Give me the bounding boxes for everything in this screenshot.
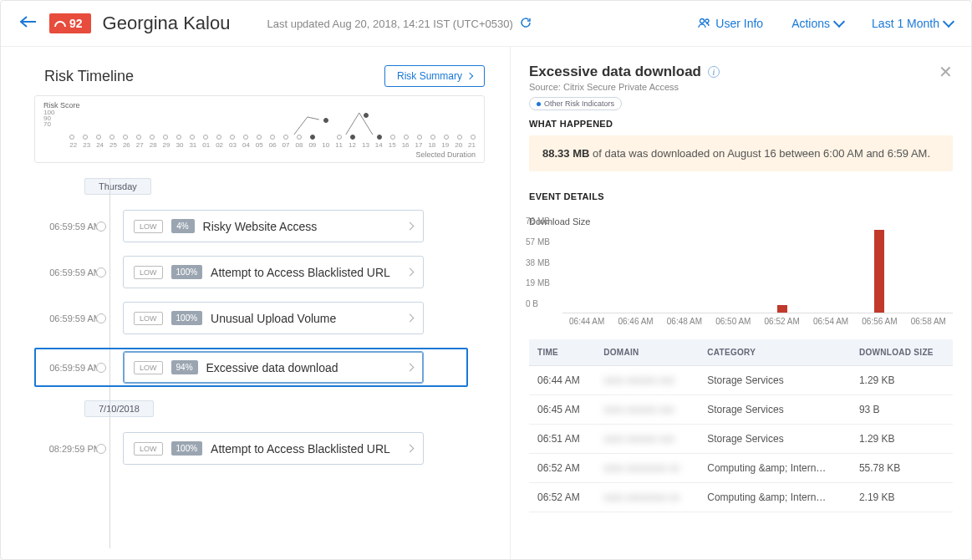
- table-header: TIME: [529, 339, 595, 366]
- x-tick: 06:54 AM: [807, 317, 855, 326]
- cell-time: 06:52 AM: [529, 454, 595, 483]
- percent-badge: 94%: [171, 360, 198, 374]
- percent-badge: 100%: [171, 311, 203, 325]
- actions-dropdown[interactable]: Actions: [791, 17, 843, 30]
- close-button[interactable]: ✕: [939, 64, 953, 80]
- chevron-right-icon: [406, 364, 415, 372]
- event-details-table: TIMEDOMAINCATEGORYDOWNLOAD SIZE 06:44 AM…: [529, 339, 953, 512]
- user-name: Georgina Kalou: [103, 13, 231, 34]
- download-size-chart: 0 B19 MB38 MB57 MB76 MB: [562, 230, 953, 313]
- event-label: Attempt to Access Blacklisted URL: [211, 266, 399, 279]
- cell-domain: xxxx xxxxxx xxx: [595, 366, 699, 395]
- chevron-down-icon: [943, 16, 954, 28]
- chart-bar: [874, 230, 884, 313]
- chevron-right-icon: [406, 268, 415, 277]
- cell-category: Storage Services: [699, 366, 851, 395]
- timeline-event[interactable]: 06:59:59 AMLOW100%Unusual Upload Volume: [44, 302, 510, 334]
- event-time: 06:59:59 AM: [44, 267, 101, 277]
- chart-title: Download Size: [529, 216, 953, 227]
- chevron-right-icon: [406, 445, 415, 453]
- risk-score-value: 92: [69, 17, 83, 30]
- y-tick: 57 MB: [526, 237, 550, 246]
- timeline-node: [96, 363, 106, 373]
- event-time: 06:59:59 AM: [44, 313, 101, 323]
- cell-time: 06:52 AM: [529, 483, 595, 512]
- user-info-link[interactable]: User Info: [697, 17, 763, 30]
- event-label: Risky Website Access: [203, 220, 399, 233]
- cell-domain: xxxx xxxxxxxx xx: [595, 483, 699, 512]
- x-tick: 06:46 AM: [611, 317, 659, 326]
- table-header: DOWNLOAD SIZE: [851, 339, 953, 366]
- timeline-event[interactable]: 06:59:59 AMLOW4%Risky Website Access: [44, 210, 510, 242]
- event-time: 08:29:59 PM: [44, 444, 101, 454]
- cell-size: 93 B: [851, 395, 953, 425]
- table-header: CATEGORY: [699, 339, 851, 366]
- table-header: DOMAIN: [595, 339, 699, 366]
- event-details-label: EVENT DETAILS: [529, 191, 953, 201]
- cell-domain: xxxx xxxxxx xxx: [595, 395, 699, 425]
- severity-badge: LOW: [134, 266, 163, 279]
- time-range-dropdown[interactable]: Last 1 Month: [872, 17, 953, 30]
- what-happened-label: WHAT HAPPENED: [529, 119, 953, 129]
- what-happened-banner: 88.33 MB of data was downloaded on Augus…: [529, 135, 953, 171]
- event-card[interactable]: LOW4%Risky Website Access: [123, 210, 424, 242]
- table-row[interactable]: 06:51 AMxxxx xxxxxx xxxStorage Services1…: [529, 425, 953, 454]
- cell-domain: xxxx xxxxxxxx xx: [595, 454, 699, 483]
- detail-title: Excessive data download i: [529, 64, 720, 80]
- cell-category: Computing &amp; Intern…: [699, 483, 851, 512]
- percent-badge: 100%: [171, 265, 203, 279]
- chevron-right-icon: [406, 314, 415, 323]
- y-tick: 0 B: [526, 299, 538, 308]
- timeline-event[interactable]: 08:29:59 PMLOW100%Attempt to Access Blac…: [44, 432, 510, 465]
- table-row[interactable]: 06:52 AMxxxx xxxxxxxx xxComputing &amp; …: [529, 454, 953, 483]
- back-button[interactable]: [19, 15, 38, 32]
- table-row[interactable]: 06:44 AMxxxx xxxxxx xxxStorage Services1…: [529, 366, 953, 395]
- y-tick: 76 MB: [526, 216, 550, 226]
- y-tick: 19 MB: [526, 278, 550, 288]
- x-tick: 06:56 AM: [855, 317, 903, 326]
- event-label: Unusual Upload Volume: [211, 312, 399, 325]
- event-card[interactable]: LOW94%Excessive data download: [123, 351, 424, 384]
- detail-source: Source: Citrix Secure Private Access: [529, 82, 720, 92]
- detail-panel: Excessive data download i Source: Citrix…: [511, 47, 971, 559]
- risk-indicator-pill[interactable]: Other Risk Indicators: [529, 97, 622, 110]
- cell-category: Storage Services: [699, 425, 851, 454]
- severity-badge: LOW: [134, 442, 163, 456]
- info-icon[interactable]: i: [708, 66, 720, 78]
- mini-y-axis: 1009070: [43, 109, 54, 149]
- svg-point-1: [705, 19, 709, 23]
- table-row[interactable]: 06:45 AMxxxx xxxxxx xxxStorage Services9…: [529, 395, 953, 425]
- day-separator: Thursday: [84, 178, 151, 195]
- cell-time: 06:51 AM: [529, 425, 595, 454]
- event-time: 06:59:59 AM: [44, 221, 101, 232]
- x-tick: 06:52 AM: [758, 317, 807, 326]
- timeline-event[interactable]: 06:59:59 AMLOW100%Attempt to Access Blac…: [44, 256, 510, 288]
- event-time: 06:59:59 AM: [44, 363, 101, 373]
- risk-timeline-title: Risk Timeline: [44, 68, 134, 85]
- cell-domain: xxxx xxxxxx xxx: [595, 425, 699, 454]
- chart-bar: [777, 305, 787, 313]
- risk-score-minichart[interactable]: Risk Score 1009070 222324252627282930310…: [34, 95, 485, 163]
- cell-time: 06:44 AM: [529, 366, 595, 395]
- cell-time: 06:45 AM: [529, 395, 595, 425]
- risk-score-badge: 92: [49, 13, 91, 33]
- table-row[interactable]: 06:52 AMxxxx xxxxxxxx xxComputing &amp; …: [529, 483, 953, 512]
- timeline-event[interactable]: 06:59:59 AMLOW94%Excessive data download: [34, 348, 468, 387]
- severity-badge: LOW: [134, 312, 163, 325]
- cell-size: 1.29 KB: [851, 366, 953, 395]
- day-separator: 7/10/2018: [84, 400, 154, 417]
- percent-badge: 100%: [171, 441, 203, 456]
- timeline-node: [96, 221, 106, 232]
- cell-size: 1.29 KB: [851, 425, 953, 454]
- y-tick: 38 MB: [526, 257, 550, 267]
- event-label: Excessive data download: [206, 361, 399, 374]
- event-card[interactable]: LOW100%Attempt to Access Blacklisted URL: [123, 432, 424, 465]
- risk-summary-button[interactable]: Risk Summary: [384, 65, 485, 87]
- event-card[interactable]: LOW100%Attempt to Access Blacklisted URL: [123, 256, 424, 288]
- x-tick: 06:58 AM: [904, 317, 953, 326]
- event-card[interactable]: LOW100%Unusual Upload Volume: [123, 302, 424, 334]
- chevron-down-icon: [833, 16, 845, 28]
- risk-timeline-panel: Risk Timeline Risk Summary Risk Score 10…: [1, 47, 511, 559]
- refresh-icon[interactable]: [520, 17, 532, 31]
- event-label: Attempt to Access Blacklisted URL: [211, 442, 399, 456]
